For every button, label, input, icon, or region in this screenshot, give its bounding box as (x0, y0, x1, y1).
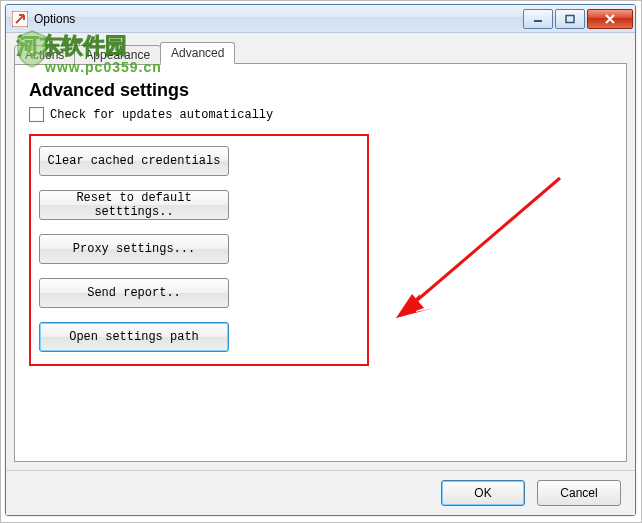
svg-marker-4 (396, 294, 434, 318)
app-arrow-icon (12, 11, 28, 27)
annotation-highlight-box: Clear cached credentials Reset to defaul… (29, 134, 369, 366)
tab-strip: Actions Appearance Advanced (14, 41, 627, 63)
dialog-footer: OK Cancel (6, 470, 635, 515)
maximize-button[interactable] (555, 9, 585, 29)
clear-cached-credentials-button[interactable]: Clear cached credentials (39, 146, 229, 176)
client-area: Actions Appearance Advanced Advanced set… (6, 33, 635, 470)
svg-rect-2 (566, 15, 574, 22)
window-buttons (523, 9, 633, 29)
advanced-actions-column: Clear cached credentials Reset to defaul… (39, 146, 297, 352)
page: Options Actions Appearance Advanced (0, 0, 642, 523)
reset-defaults-button[interactable]: Reset to default setttings.. (39, 190, 229, 220)
title-left: Options (12, 11, 75, 27)
check-updates-row[interactable]: Check for updates automatically (29, 107, 612, 122)
cancel-button[interactable]: Cancel (537, 480, 621, 506)
check-updates-label: Check for updates automatically (50, 108, 273, 122)
svg-line-3 (408, 178, 560, 308)
tab-appearance[interactable]: Appearance (74, 45, 161, 65)
svg-marker-5 (396, 294, 424, 318)
close-button[interactable] (587, 9, 633, 29)
advanced-heading: Advanced settings (29, 80, 612, 101)
window-title: Options (34, 12, 75, 26)
open-settings-path-button[interactable]: Open settings path (39, 322, 229, 352)
tab-advanced[interactable]: Advanced (160, 42, 235, 64)
minimize-button[interactable] (523, 9, 553, 29)
proxy-settings-button[interactable]: Proxy settings... (39, 234, 229, 264)
ok-button[interactable]: OK (441, 480, 525, 506)
tab-actions[interactable]: Actions (14, 45, 75, 65)
tab-panel-advanced: Advanced settings Check for updates auto… (14, 63, 627, 462)
annotation-arrow-icon (390, 172, 570, 332)
titlebar: Options (6, 5, 635, 33)
check-updates-checkbox[interactable] (29, 107, 44, 122)
options-window: Options Actions Appearance Advanced (5, 4, 636, 516)
send-report-button[interactable]: Send report.. (39, 278, 229, 308)
